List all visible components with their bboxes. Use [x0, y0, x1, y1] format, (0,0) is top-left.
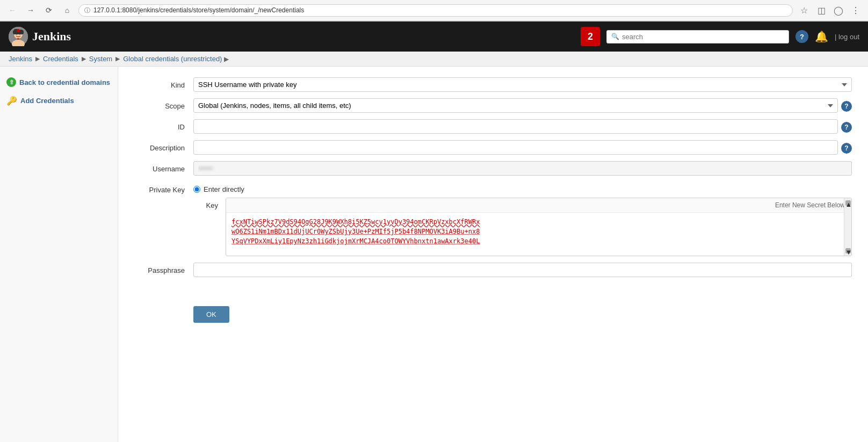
forward-button[interactable]: → [24, 3, 38, 17]
private-key-control: Enter directly Key Enter New Secret Belo… [193, 182, 852, 256]
home-button[interactable]: ⌂ [60, 3, 74, 17]
key-textarea-header: Enter New Secret Below [226, 198, 851, 213]
private-key-row: Private Key Enter directly Key Enter New… [134, 182, 852, 256]
add-credentials-link[interactable]: 🔑 Add Credentials [6, 93, 111, 108]
sidebar: ⇧ Back to credential domains 🔑 Add Crede… [0, 67, 118, 442]
description-help-button[interactable]: ? [841, 143, 852, 154]
browser-chrome: ← → ⟳ ⌂ ⓘ 127.0.0.1:8080/jenkins/credent… [0, 0, 868, 21]
svg-rect-9 [17, 38, 19, 40]
key-textarea-wrap: Enter New Secret Below fcxNTiwSPkz7V9dS9… [226, 198, 852, 256]
notification-badge[interactable]: 2 [581, 27, 600, 46]
add-credentials-label: Add Credentials [20, 97, 74, 105]
breadcrumb-arrow: ▶ [224, 55, 229, 63]
jenkins-header: Jenkins 2 🔍 ? 🔔 | log out [0, 21, 868, 52]
key-textarea[interactable]: fcxNTiwSPkz7V9dS94OgG28J9K9WXh8i5KZ5wcv1… [226, 213, 851, 256]
id-control: ? [193, 119, 852, 134]
breadcrumb: Jenkins ▶ Credentials ▶ System ▶ Global … [0, 52, 868, 67]
username-input[interactable] [193, 161, 852, 176]
private-key-label: Private Key [134, 182, 193, 194]
jenkins-avatar [9, 27, 28, 46]
key-sub-label: Key [193, 198, 226, 209]
breadcrumb-system[interactable]: System [89, 55, 112, 63]
bookmark-button[interactable]: ☆ [797, 3, 811, 17]
back-arrow-icon: ⇧ [6, 77, 16, 87]
scroll-up[interactable]: ▲ [845, 200, 851, 206]
reload-button[interactable]: ⟳ [42, 3, 56, 17]
breadcrumb-global[interactable]: Global credentials (unrestricted) [123, 55, 222, 63]
back-button[interactable]: ← [5, 3, 19, 17]
extensions-button[interactable]: ◫ [814, 3, 828, 17]
browser-actions: ☆ ◫ ◯ ⋮ [797, 3, 863, 17]
ok-button[interactable]: OK [193, 306, 229, 323]
browser-toolbar: ← → ⟳ ⌂ ⓘ 127.0.0.1:8080/jenkins/credent… [0, 0, 868, 21]
id-label: ID [134, 119, 193, 131]
kind-select[interactable]: SSH Username with private key [193, 77, 852, 92]
key-line-2: wQ6ZS1iNm1mBDx11dUjUCr0WyZSbUjy3Ue+PzMIf… [232, 227, 846, 236]
back-to-domains-link[interactable]: ⇧ Back to credential domains [6, 75, 111, 89]
breadcrumb-sep-1: ▶ [35, 55, 40, 62]
header-help-button[interactable]: ? [795, 30, 808, 43]
username-row: Username [134, 161, 852, 176]
passphrase-control [193, 263, 852, 277]
breadcrumb-sep-2: ▶ [82, 55, 86, 62]
kind-control: SSH Username with private key [193, 77, 852, 92]
kind-label: Kind [134, 77, 193, 89]
id-help-button[interactable]: ? [841, 122, 852, 133]
breadcrumb-sep-3: ▶ [115, 55, 120, 62]
form-area: Kind SSH Username with private key Scope… [118, 67, 868, 442]
scroll-down[interactable]: ▼ [845, 248, 851, 253]
enter-directly-radio[interactable] [193, 186, 200, 193]
description-row: Description ? [134, 140, 852, 155]
back-to-domains-label: Back to credential domains [19, 78, 110, 86]
address-bar[interactable]: ⓘ 127.0.0.1:8080/jenkins/credentials/sto… [78, 4, 793, 17]
form-actions: OK [134, 293, 852, 323]
url-text: 127.0.0.1:8080/jenkins/credentials/store… [93, 6, 787, 14]
key-row: Key Enter New Secret Below fcxNTiwSPkz7V… [193, 198, 852, 256]
enter-directly-row: Enter directly [193, 182, 852, 193]
scope-label: Scope [134, 98, 193, 110]
breadcrumb-credentials[interactable]: Credentials [43, 55, 78, 63]
username-label: Username [134, 161, 193, 173]
search-icon: 🔍 [611, 33, 619, 40]
scope-help-button[interactable]: ? [841, 101, 852, 112]
jenkins-title: Jenkins [32, 30, 71, 44]
description-control: ? [193, 140, 852, 155]
passphrase-row: Passphrase [134, 263, 852, 277]
search-box: 🔍 [606, 30, 789, 44]
jenkins-logo: Jenkins [9, 27, 71, 46]
description-input[interactable] [193, 140, 838, 155]
main-layout: ⇧ Back to credential domains 🔑 Add Crede… [0, 67, 868, 442]
scrollbar: ▲ ▼ [844, 198, 851, 256]
id-input[interactable] [193, 119, 838, 134]
search-input[interactable] [622, 33, 784, 41]
enter-directly-label: Enter directly [204, 185, 244, 193]
scope-row: Scope Global (Jenkins, nodes, items, all… [134, 98, 852, 113]
id-row: ID ? [134, 119, 852, 134]
key-icon: 🔑 [6, 96, 17, 106]
kind-row: Kind SSH Username with private key [134, 77, 852, 92]
description-label: Description [134, 140, 193, 152]
username-control [193, 161, 852, 176]
lock-icon: ⓘ [84, 6, 90, 15]
notification-icon: 🔔 [815, 30, 828, 43]
menu-button[interactable]: ⋮ [849, 3, 863, 17]
breadcrumb-jenkins[interactable]: Jenkins [9, 55, 32, 63]
key-line-3: YSqVYPDxXmLiy1EpyNz3zh1iGdkjojmXrMCJA4co… [232, 236, 846, 246]
scope-control: Global (Jenkins, nodes, items, all child… [193, 98, 852, 113]
passphrase-input[interactable] [193, 263, 852, 277]
passphrase-label: Passphrase [134, 263, 193, 274]
svg-point-8 [17, 29, 20, 32]
key-line-1: fcxNTiwSPkz7V9dS94OgG28J9K9WXh8i5KZ5wcv1… [232, 217, 846, 227]
user-profile-button[interactable]: ◯ [831, 3, 845, 17]
logout-link[interactable]: | log out [835, 33, 859, 41]
scope-select[interactable]: Global (Jenkins, nodes, items, all child… [193, 98, 838, 113]
